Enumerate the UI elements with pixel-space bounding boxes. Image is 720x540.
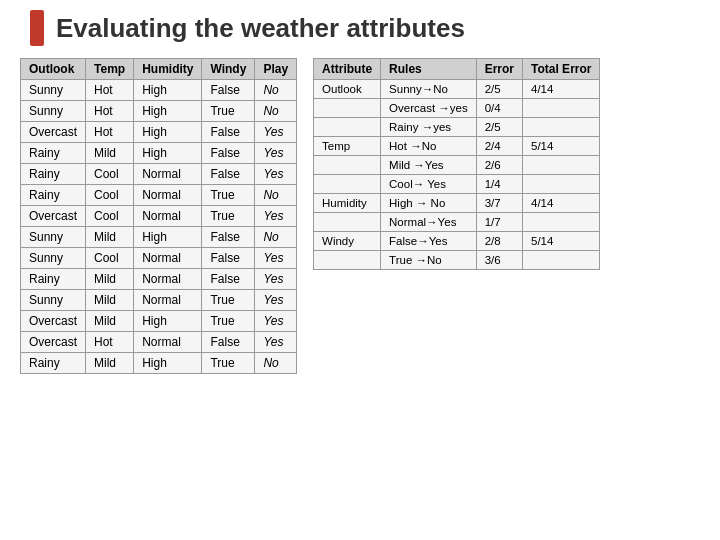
- left-table: Outlook Temp Humidity Windy Play SunnyHo…: [20, 58, 297, 374]
- table-cell: No: [255, 353, 297, 374]
- table-cell: False→Yes: [381, 232, 477, 251]
- table-row: OvercastHotNormalFalseYes: [21, 332, 297, 353]
- col-error: Error: [476, 59, 522, 80]
- table-cell: Normal: [134, 185, 202, 206]
- table-cell: Hot: [86, 122, 134, 143]
- table-cell: Hot: [86, 332, 134, 353]
- table-cell: False: [202, 143, 255, 164]
- table-cell: Mild: [86, 227, 134, 248]
- col-play: Play: [255, 59, 297, 80]
- table-row: SunnyCoolNormalFalseYes: [21, 248, 297, 269]
- table-cell: 1/7: [476, 213, 522, 232]
- table-cell: Mild: [86, 290, 134, 311]
- table-cell: Cool: [86, 164, 134, 185]
- table-cell: Outlook: [314, 80, 381, 99]
- table-row: TempHot →No2/45/14: [314, 137, 600, 156]
- table-cell: High: [134, 80, 202, 101]
- table-cell: Sunny: [21, 101, 86, 122]
- table-cell: True: [202, 206, 255, 227]
- table-cell: No: [255, 80, 297, 101]
- table-row: SunnyMildNormalTrueYes: [21, 290, 297, 311]
- table-cell: False: [202, 332, 255, 353]
- table-cell: True: [202, 185, 255, 206]
- col-windy: Windy: [202, 59, 255, 80]
- table-cell: 1/4: [476, 175, 522, 194]
- right-table-header-row: Attribute Rules Error Total Error: [314, 59, 600, 80]
- table-cell: [523, 156, 600, 175]
- table-cell: Rainy: [21, 269, 86, 290]
- table-cell: Overcast →yes: [381, 99, 477, 118]
- table-row: RainyCoolNormalTrueNo: [21, 185, 297, 206]
- table-row: RainyMildHighTrueNo: [21, 353, 297, 374]
- table-cell: Yes: [255, 248, 297, 269]
- table-cell: False: [202, 80, 255, 101]
- table-row: WindyFalse→Yes2/85/14: [314, 232, 600, 251]
- table-cell: Overcast: [21, 122, 86, 143]
- table-row: Rainy →yes2/5: [314, 118, 600, 137]
- table-row: RainyMildHighFalseYes: [21, 143, 297, 164]
- table-cell: Windy: [314, 232, 381, 251]
- page: Evaluating the weather attributes Outloo…: [0, 0, 720, 540]
- table-cell: Normal: [134, 206, 202, 227]
- table-cell: Normal→Yes: [381, 213, 477, 232]
- table-cell: 5/14: [523, 137, 600, 156]
- table-row: RainyMildNormalFalseYes: [21, 269, 297, 290]
- table-cell: Mild: [86, 353, 134, 374]
- table-cell: Sunny→No: [381, 80, 477, 99]
- table-cell: True: [202, 290, 255, 311]
- title-bar: [30, 10, 44, 46]
- table-cell: Rainy: [21, 143, 86, 164]
- table-cell: Hot →No: [381, 137, 477, 156]
- table-cell: False: [202, 227, 255, 248]
- table-cell: Yes: [255, 122, 297, 143]
- col-total-error: Total Error: [523, 59, 600, 80]
- table-cell: True: [202, 353, 255, 374]
- table-row: Overcast →yes0/4: [314, 99, 600, 118]
- table-cell: Sunny: [21, 227, 86, 248]
- table-cell: Normal: [134, 269, 202, 290]
- table-cell: True →No: [381, 251, 477, 270]
- table-cell: No: [255, 227, 297, 248]
- table-cell: 2/6: [476, 156, 522, 175]
- tables-wrapper: Outlook Temp Humidity Windy Play SunnyHo…: [20, 58, 700, 374]
- table-cell: 2/5: [476, 80, 522, 99]
- table-cell: High: [134, 227, 202, 248]
- left-table-header-row: Outlook Temp Humidity Windy Play: [21, 59, 297, 80]
- col-attribute: Attribute: [314, 59, 381, 80]
- table-cell: True: [202, 311, 255, 332]
- table-cell: Overcast: [21, 332, 86, 353]
- table-cell: High: [134, 311, 202, 332]
- table-cell: 3/6: [476, 251, 522, 270]
- table-cell: Mild: [86, 269, 134, 290]
- table-cell: [314, 251, 381, 270]
- table-cell: Humidity: [314, 194, 381, 213]
- table-cell: No: [255, 185, 297, 206]
- table-cell: Cool: [86, 248, 134, 269]
- table-row: SunnyHotHighFalseNo: [21, 80, 297, 101]
- table-cell: Mild: [86, 311, 134, 332]
- table-row: OvercastHotHighFalseYes: [21, 122, 297, 143]
- table-cell: High: [134, 143, 202, 164]
- table-cell: Cool: [86, 185, 134, 206]
- table-cell: False: [202, 122, 255, 143]
- table-cell: False: [202, 269, 255, 290]
- table-cell: True: [202, 101, 255, 122]
- table-cell: Mild →Yes: [381, 156, 477, 175]
- table-cell: Overcast: [21, 311, 86, 332]
- table-cell: Cool: [86, 206, 134, 227]
- table-cell: Overcast: [21, 206, 86, 227]
- table-row: Normal→Yes1/7: [314, 213, 600, 232]
- table-cell: Rainy: [21, 353, 86, 374]
- table-cell: Hot: [86, 80, 134, 101]
- table-cell: 2/5: [476, 118, 522, 137]
- left-table-body: SunnyHotHighFalseNoSunnyHotHighTrueNoOve…: [21, 80, 297, 374]
- table-cell: Rainy →yes: [381, 118, 477, 137]
- table-cell: [523, 213, 600, 232]
- table-row: Cool→ Yes1/4: [314, 175, 600, 194]
- col-humidity: Humidity: [134, 59, 202, 80]
- title-area: Evaluating the weather attributes: [20, 10, 700, 46]
- table-cell: High: [134, 122, 202, 143]
- table-cell: [523, 251, 600, 270]
- col-temp: Temp: [86, 59, 134, 80]
- table-cell: Sunny: [21, 290, 86, 311]
